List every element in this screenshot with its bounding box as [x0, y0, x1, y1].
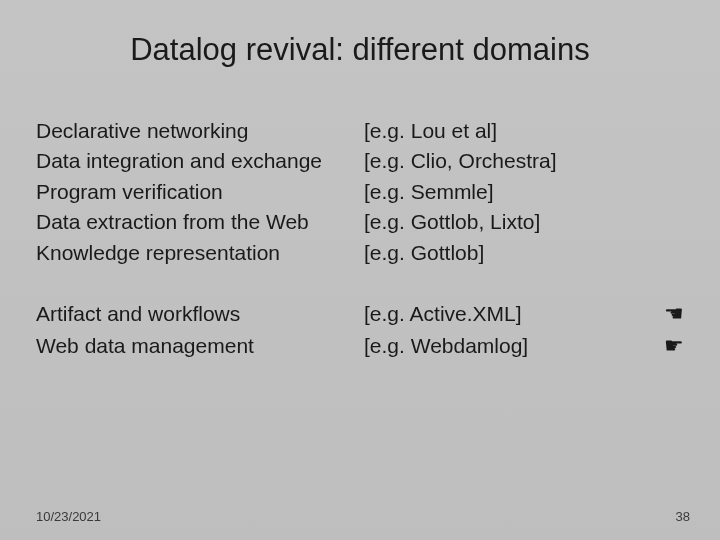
reference-text: [e.g. Active.XML] — [364, 299, 648, 329]
topic-text: Data integration and exchange — [36, 146, 364, 176]
topic-text: Web data management — [36, 331, 364, 361]
list-item: Artifact and workflows [e.g. Active.XML]… — [36, 298, 684, 330]
topic-text: Data extraction from the Web — [36, 207, 364, 237]
reference-text: [e.g. Lou et al] — [364, 116, 684, 146]
reference-text: [e.g. Webdamlog] — [364, 331, 648, 361]
reference-text: [e.g. Clio, Orchestra] — [364, 146, 684, 176]
reference-text: [e.g. Gottlob] — [364, 238, 684, 268]
reference-text: [e.g. Semmle] — [364, 177, 684, 207]
topic-text: Declarative networking — [36, 116, 364, 146]
pointer-right-icon: ☛ — [648, 330, 684, 362]
list-item: Data integration and exchange [e.g. Clio… — [36, 146, 684, 176]
slide-title: Datalog revival: different domains — [36, 32, 684, 68]
topic-text: Artifact and workflows — [36, 299, 364, 329]
list-item: Declarative networking [e.g. Lou et al] — [36, 116, 684, 146]
list-item: Knowledge representation [e.g. Gottlob] — [36, 238, 684, 268]
topic-text: Program verification — [36, 177, 364, 207]
topic-text: Knowledge representation — [36, 238, 364, 268]
reference-text: [e.g. Gottlob, Lixto] — [364, 207, 684, 237]
list-item: Web data management [e.g. Webdamlog] ☛ — [36, 330, 684, 362]
slide-body: Declarative networking [e.g. Lou et al] … — [36, 116, 684, 362]
footer-page-number: 38 — [676, 509, 690, 524]
list-item: Data extraction from the Web [e.g. Gottl… — [36, 207, 684, 237]
list-item: Program verification [e.g. Semmle] — [36, 177, 684, 207]
pointer-left-icon: ☚ — [648, 298, 684, 330]
slide-footer: 10/23/2021 38 — [36, 509, 690, 524]
footer-date: 10/23/2021 — [36, 509, 101, 524]
